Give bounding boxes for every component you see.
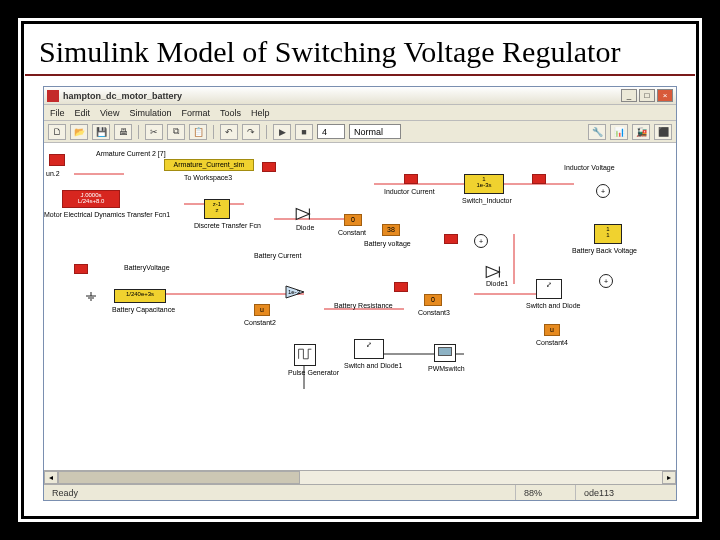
constant2-block[interactable]: u — [254, 304, 270, 316]
close-button[interactable]: × — [657, 89, 673, 102]
status-bar: Ready 88% ode113 — [44, 484, 676, 500]
batt-back-voltage-block[interactable]: 1 1 — [594, 224, 622, 244]
stop-time-field[interactable]: 4 — [317, 124, 345, 139]
pulse-generator-block[interactable] — [294, 344, 316, 366]
pwm-scope-block[interactable] — [434, 344, 456, 362]
armature-current-label: Armature Current 2 [7] — [96, 150, 166, 157]
model-canvas[interactable]: un.2 Armature Current 2 [7] Armature_Cur… — [44, 143, 676, 470]
diode-label: Diode — [296, 224, 314, 231]
motor-tf-label: Motor Electrical Dynamics Transfer Fcn1 — [44, 211, 144, 218]
discrete-tf-block[interactable]: z-1 z — [204, 199, 230, 219]
slide-title: Simulink Model of Switching Voltage Regu… — [39, 35, 681, 68]
copy-button[interactable]: ⧉ — [167, 124, 185, 140]
batteryvoltage-label: BatteryVoltage — [124, 264, 170, 271]
model-explorer-button[interactable]: 📊 — [610, 124, 628, 140]
switch-and-diode1-block[interactable]: ⤢ — [354, 339, 384, 359]
battvolt-port[interactable] — [74, 264, 88, 274]
debug-button[interactable]: 🚂 — [632, 124, 650, 140]
switch-inductor-label: Switch_Inductor — [462, 197, 512, 204]
inport-block[interactable] — [49, 154, 65, 166]
motor-tf-block[interactable]: J.0000s L/24s+8.0 — [62, 190, 120, 208]
to-workspace-block[interactable]: Armature_Current_sim — [164, 159, 254, 171]
inport-label: un.2 — [46, 170, 60, 177]
outport-1[interactable] — [262, 162, 276, 172]
toolbar: 🗋 📂 💾 🖶 ✂ ⧉ 📋 ↶ ↷ ▶ ■ 4 — [44, 121, 676, 143]
pulse-generator-label: Pulse Generator — [288, 369, 339, 376]
maximize-button[interactable]: □ — [639, 89, 655, 102]
batt-back-voltage-label: Battery Back Voltage — [572, 247, 640, 254]
battery-current-label: Battery Current — [254, 252, 301, 259]
pwm-scope-label: PWMswitch — [428, 365, 465, 372]
menu-simulation[interactable]: Simulation — [129, 108, 171, 118]
constant-block[interactable]: 0 — [344, 214, 362, 226]
svg-marker-18 — [486, 267, 499, 278]
redo-button[interactable]: ↷ — [242, 124, 260, 140]
simulink-window: hampton_dc_motor_battery _ □ × File Edit… — [43, 86, 677, 501]
print-button[interactable]: 🖶 — [114, 124, 132, 140]
menu-bar: File Edit View Simulation Format Tools H… — [44, 105, 676, 121]
gain-value: 1e-3 — [288, 289, 300, 295]
to-workspace-label: To Workspace3 — [184, 174, 232, 181]
menu-edit[interactable]: Edit — [75, 108, 91, 118]
sum-block-3[interactable]: + — [599, 274, 613, 288]
build-button[interactable]: ⬛ — [654, 124, 672, 140]
constant-38-block[interactable]: 38 — [382, 224, 400, 236]
diode-block[interactable] — [294, 206, 316, 222]
scroll-track[interactable] — [58, 471, 662, 484]
batt-res-port[interactable] — [394, 282, 408, 292]
constant2-label: Constant2 — [244, 319, 276, 326]
menu-view[interactable]: View — [100, 108, 119, 118]
status-solver: ode113 — [576, 485, 676, 500]
battery-cap-label: Battery Capacitance — [112, 306, 175, 313]
separator-icon — [138, 125, 139, 139]
constant4-label: Constant4 — [536, 339, 568, 346]
sim-mode-select[interactable]: Normal — [349, 124, 401, 139]
menu-format[interactable]: Format — [181, 108, 210, 118]
constant3-label: Constant3 — [418, 309, 450, 316]
inductor-voltage-port[interactable] — [532, 174, 546, 184]
save-button[interactable]: 💾 — [92, 124, 110, 140]
switch-and-diode1-label: Switch and Diode1 — [344, 362, 402, 369]
menu-help[interactable]: Help — [251, 108, 270, 118]
menu-tools[interactable]: Tools — [220, 108, 241, 118]
switch-inductor-block[interactable]: 1 1e-3s — [464, 174, 504, 194]
slide-title-area: Simulink Model of Switching Voltage Regu… — [25, 25, 695, 76]
battery-resistance-label: Battery Resistance — [334, 302, 384, 309]
diode1-block[interactable] — [484, 264, 506, 280]
slide-content: hampton_dc_motor_battery _ □ × File Edit… — [25, 76, 695, 515]
constant-label: Constant — [338, 229, 366, 236]
scroll-thumb[interactable] — [58, 471, 300, 484]
constant3-block[interactable]: 0 — [424, 294, 442, 306]
paste-button[interactable]: 📋 — [189, 124, 207, 140]
minimize-button[interactable]: _ — [621, 89, 637, 102]
ground-block[interactable] — [84, 292, 98, 302]
separator-icon — [266, 125, 267, 139]
undo-button[interactable]: ↶ — [220, 124, 238, 140]
library-browser-button[interactable]: 🔧 — [588, 124, 606, 140]
status-ready: Ready — [44, 485, 516, 500]
scroll-right-button[interactable]: ▸ — [662, 471, 676, 484]
battery-cap-block[interactable]: 1/240e+3s — [114, 289, 166, 303]
batt-voltage-port[interactable] — [444, 234, 458, 244]
discrete-tf-label: Discrete Transfer Fcn — [194, 222, 261, 229]
window-titlebar: hampton_dc_motor_battery _ □ × — [44, 87, 676, 105]
sum-block-2[interactable]: + — [474, 234, 488, 248]
inductor-voltage-label: Inductor Voltage — [564, 164, 615, 171]
separator-icon — [213, 125, 214, 139]
cut-button[interactable]: ✂ — [145, 124, 163, 140]
constant4-block[interactable]: u — [544, 324, 560, 336]
open-button[interactable]: 📂 — [70, 124, 88, 140]
sum-block-1[interactable]: + — [596, 184, 610, 198]
scroll-left-button[interactable]: ◂ — [44, 471, 58, 484]
inductor-current-label: Inductor Current — [384, 188, 435, 195]
play-button[interactable]: ▶ — [273, 124, 291, 140]
window-title: hampton_dc_motor_battery — [63, 91, 621, 101]
new-button[interactable]: 🗋 — [48, 124, 66, 140]
menu-file[interactable]: File — [50, 108, 65, 118]
battery-voltage-top-label: Battery voltage — [364, 240, 411, 247]
horizontal-scrollbar[interactable]: ◂ ▸ — [44, 470, 676, 484]
switch-and-diode-label: Switch and Diode — [526, 302, 576, 309]
switch-and-diode-block[interactable]: ⤢ — [536, 279, 562, 299]
inductor-current-port[interactable] — [404, 174, 418, 184]
stop-button[interactable]: ■ — [295, 124, 313, 140]
